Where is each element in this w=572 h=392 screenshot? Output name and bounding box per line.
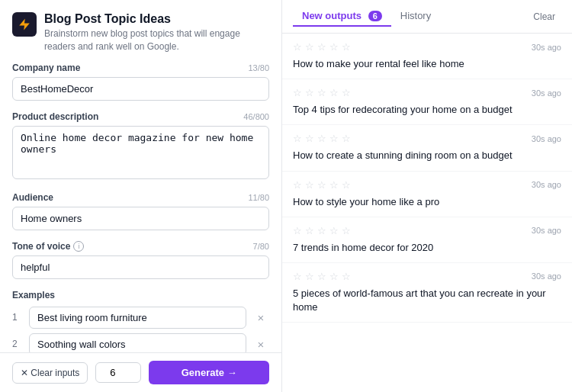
- app-title-area: Blog Post Topic Ideas Brainstorm new blo…: [44, 12, 269, 53]
- quantity-input[interactable]: [95, 362, 141, 383]
- generate-button[interactable]: Generate →: [149, 361, 269, 384]
- result-time-5: 30s ago: [532, 226, 561, 235]
- tone-label-inner: Tone of voice i: [12, 241, 84, 252]
- right-header: New outputs 6 History Clear: [282, 0, 572, 34]
- star-5-5[interactable]: ☆: [342, 225, 351, 236]
- result-text-2: Top 4 tips for redecorating your home on…: [293, 103, 561, 117]
- clear-button[interactable]: Clear: [527, 8, 561, 25]
- star-row-3: ☆ ☆ ☆ ☆ ☆: [293, 133, 351, 144]
- result-meta-6: ☆ ☆ ☆ ☆ ☆ 30s ago: [293, 271, 561, 282]
- star-1-3[interactable]: ☆: [317, 41, 326, 53]
- star-row-2: ☆ ☆ ☆ ☆ ☆: [293, 87, 351, 98]
- result-meta-5: ☆ ☆ ☆ ☆ ☆ 30s ago: [293, 225, 561, 236]
- star-1-4[interactable]: ☆: [329, 41, 339, 53]
- result-time-2: 30s ago: [532, 88, 561, 98]
- result-time-4: 30s ago: [532, 180, 561, 189]
- examples-label: Examples: [12, 290, 269, 300]
- result-time-6: 30s ago: [532, 272, 561, 281]
- company-name-label: Company name: [12, 63, 80, 73]
- star-3-1[interactable]: ☆: [293, 133, 302, 144]
- example-num-1: 1: [12, 312, 23, 323]
- star-2-5[interactable]: ☆: [342, 87, 351, 98]
- tab-new-outputs[interactable]: New outputs 6: [293, 6, 391, 27]
- result-text-6: 5 pieces of world-famous art that you ca…: [293, 287, 561, 314]
- company-name-input[interactable]: [12, 77, 269, 101]
- product-description-input[interactable]: Online home decor magazine for new home …: [12, 126, 269, 179]
- star-5-1[interactable]: ☆: [293, 225, 302, 236]
- star-2-2[interactable]: ☆: [305, 87, 314, 98]
- star-row-4: ☆ ☆ ☆ ☆ ☆: [293, 179, 351, 191]
- tabs: New outputs 6 History: [293, 6, 440, 27]
- star-2-4[interactable]: ☆: [329, 87, 339, 98]
- star-3-5[interactable]: ☆: [342, 133, 351, 144]
- tab-new-outputs-badge: 6: [368, 11, 382, 21]
- example-item-1: 1 ×: [12, 307, 269, 329]
- star-1-5[interactable]: ☆: [342, 41, 351, 53]
- audience-input[interactable]: [12, 207, 269, 230]
- left-footer: ✕ Clear inputs Generate →: [0, 352, 281, 392]
- app-header: Blog Post Topic Ideas Brainstorm new blo…: [12, 12, 269, 53]
- result-time-3: 30s ago: [532, 134, 561, 143]
- examples-section: Examples 1 × 2 × 3 ×: [12, 290, 269, 352]
- star-5-4[interactable]: ☆: [329, 225, 339, 236]
- star-1-2[interactable]: ☆: [305, 41, 314, 53]
- app-title: Blog Post Topic Ideas: [44, 12, 269, 26]
- star-4-5[interactable]: ☆: [342, 179, 351, 191]
- result-time-1: 30s ago: [532, 43, 561, 52]
- result-text-3: How to create a stunning dining room on …: [293, 149, 561, 162]
- result-text-1: How to make your rental feel like home: [293, 57, 561, 71]
- star-row-5: ☆ ☆ ☆ ☆ ☆: [293, 225, 351, 236]
- clear-inputs-button[interactable]: ✕ Clear inputs: [12, 362, 88, 384]
- example-num-2: 2: [12, 339, 23, 349]
- example-input-1[interactable]: [29, 307, 246, 329]
- example-item-2: 2 ×: [12, 333, 269, 352]
- results-list: ☆ ☆ ☆ ☆ ☆ 30s ago How to make your renta…: [282, 34, 572, 392]
- company-name-field: Company name 13/80: [12, 63, 269, 101]
- star-2-1[interactable]: ☆: [293, 87, 302, 98]
- tone-label-row: Tone of voice i 7/80: [12, 241, 269, 252]
- star-6-5[interactable]: ☆: [342, 271, 351, 282]
- star-row-6: ☆ ☆ ☆ ☆ ☆: [293, 271, 351, 282]
- example-remove-2[interactable]: ×: [252, 336, 269, 352]
- star-6-4[interactable]: ☆: [329, 271, 339, 282]
- result-item-1: ☆ ☆ ☆ ☆ ☆ 30s ago How to make your renta…: [282, 34, 572, 79]
- product-description-count: 46/800: [243, 112, 269, 121]
- company-name-count: 13/80: [248, 63, 269, 72]
- star-3-3[interactable]: ☆: [317, 133, 326, 144]
- result-text-4: How to style your home like a pro: [293, 195, 561, 209]
- result-meta-4: ☆ ☆ ☆ ☆ ☆ 30s ago: [293, 179, 561, 191]
- example-remove-1[interactable]: ×: [252, 309, 269, 326]
- tone-info-icon: i: [73, 241, 84, 252]
- star-4-4[interactable]: ☆: [329, 179, 339, 191]
- tab-history[interactable]: History: [391, 6, 440, 27]
- star-6-2[interactable]: ☆: [305, 271, 314, 282]
- star-4-2[interactable]: ☆: [305, 179, 314, 191]
- right-panel: New outputs 6 History Clear ☆ ☆ ☆ ☆ ☆ 30…: [282, 0, 572, 392]
- result-meta-2: ☆ ☆ ☆ ☆ ☆ 30s ago: [293, 87, 561, 98]
- star-6-3[interactable]: ☆: [317, 271, 326, 282]
- tab-new-outputs-label: New outputs: [302, 10, 362, 21]
- result-text-5: 7 trends in home decor for 2020: [293, 241, 561, 255]
- app-description: Brainstorm new blog post topics that wil…: [44, 27, 269, 53]
- example-input-2[interactable]: [29, 333, 246, 352]
- company-name-label-row: Company name 13/80: [12, 63, 269, 73]
- tone-input[interactable]: [12, 255, 269, 279]
- star-4-3[interactable]: ☆: [317, 179, 326, 191]
- star-6-1[interactable]: ☆: [293, 271, 302, 282]
- star-3-4[interactable]: ☆: [329, 133, 339, 144]
- star-4-1[interactable]: ☆: [293, 179, 302, 191]
- star-row-1: ☆ ☆ ☆ ☆ ☆: [293, 41, 351, 53]
- tab-history-label: History: [400, 10, 431, 21]
- tone-of-voice-field: Tone of voice i 7/80: [12, 241, 269, 279]
- audience-field: Audience 11/80: [12, 192, 269, 230]
- result-meta-3: ☆ ☆ ☆ ☆ ☆ 30s ago: [293, 133, 561, 144]
- star-1-1[interactable]: ☆: [293, 41, 302, 53]
- product-description-label: Product description: [12, 111, 98, 122]
- star-2-3[interactable]: ☆: [317, 87, 326, 98]
- star-5-3[interactable]: ☆: [317, 225, 326, 236]
- star-5-2[interactable]: ☆: [305, 225, 314, 236]
- star-3-2[interactable]: ☆: [305, 133, 314, 144]
- result-item-4: ☆ ☆ ☆ ☆ ☆ 30s ago How to style your home…: [282, 172, 572, 217]
- tone-label: Tone of voice: [12, 241, 70, 252]
- audience-label-row: Audience 11/80: [12, 192, 269, 203]
